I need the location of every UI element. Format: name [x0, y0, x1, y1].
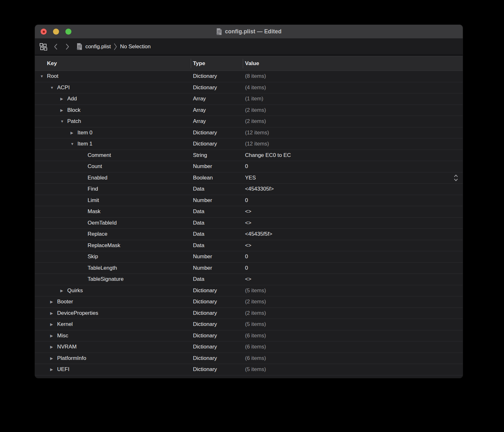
column-header-type[interactable]: Type [191, 57, 243, 71]
row-value-cell[interactable]: (5 items) [243, 321, 463, 327]
row-type-cell[interactable]: Dictionary [191, 287, 243, 294]
breadcrumb-selection[interactable]: No Selection [120, 44, 150, 50]
row-value-cell[interactable]: (6 items) [243, 344, 463, 350]
row-type-cell[interactable]: Data [191, 242, 243, 249]
row-value-cell[interactable]: (2 items) [243, 299, 463, 305]
table-row[interactable]: ▶UEFIDictionary(5 items) [35, 364, 463, 375]
table-row[interactable]: CommentStringChange EC0 to EC [35, 150, 463, 161]
row-type-cell[interactable]: Data [191, 208, 243, 215]
row-value-cell[interactable]: (5 items) [243, 287, 463, 294]
row-value-cell[interactable]: (12 items) [243, 130, 463, 136]
row-value-cell[interactable]: <4543305f> [243, 186, 463, 192]
row-value-cell[interactable]: (2 items) [243, 310, 463, 316]
table-row[interactable]: ▼Item 1Dictionary(12 items) [35, 138, 463, 150]
row-type-cell[interactable]: Dictionary [191, 355, 243, 361]
row-value-cell[interactable]: YES [243, 175, 463, 181]
table-row[interactable]: ▼PatchArray(2 items) [35, 116, 463, 127]
disclosure-collapsed-icon[interactable]: ▶ [50, 300, 57, 304]
disclosure-expanded-icon[interactable]: ▼ [70, 142, 77, 146]
row-value-cell[interactable]: <> [243, 220, 463, 226]
table-row[interactable]: ▶QuirksDictionary(5 items) [35, 285, 463, 297]
row-type-cell[interactable]: Boolean [191, 175, 243, 181]
disclosure-collapsed-icon[interactable]: ▶ [60, 108, 67, 112]
row-value-cell[interactable]: (4 items) [243, 84, 463, 91]
row-type-cell[interactable]: String [191, 152, 243, 159]
table-row[interactable]: ▶Item 0Dictionary(12 items) [35, 127, 463, 139]
row-type-cell[interactable]: Data [191, 276, 243, 282]
row-type-cell[interactable]: Dictionary [191, 141, 243, 147]
disclosure-expanded-icon[interactable]: ▼ [60, 119, 67, 123]
disclosure-collapsed-icon[interactable]: ▶ [60, 288, 67, 293]
disclosure-collapsed-icon[interactable]: ▶ [70, 130, 77, 135]
disclosure-collapsed-icon[interactable]: ▶ [50, 333, 57, 338]
row-type-cell[interactable]: Dictionary [191, 310, 243, 316]
row-value-cell[interactable]: (8 items) [243, 73, 463, 79]
row-type-cell[interactable]: Array [191, 96, 243, 102]
boolean-stepper-icon[interactable] [454, 174, 458, 182]
row-type-cell[interactable]: Dictionary [191, 84, 243, 91]
row-value-cell[interactable]: (6 items) [243, 355, 463, 361]
column-header-value[interactable]: Value [243, 57, 463, 71]
row-type-cell[interactable]: Dictionary [191, 73, 243, 79]
close-button[interactable] [41, 29, 47, 35]
disclosure-collapsed-icon[interactable]: ▶ [50, 356, 57, 360]
table-row[interactable]: OemTableIdData<> [35, 218, 463, 229]
row-value-cell[interactable]: <> [243, 276, 463, 282]
row-value-cell[interactable]: <> [243, 242, 463, 249]
disclosure-expanded-icon[interactable]: ▼ [40, 74, 47, 78]
row-value-cell[interactable]: (2 items) [243, 118, 463, 125]
row-value-cell[interactable]: <45435f5f> [243, 231, 463, 237]
table-row[interactable]: ▶DevicePropertiesDictionary(2 items) [35, 308, 463, 319]
row-value-cell[interactable]: 0 [243, 197, 463, 204]
row-value-cell[interactable]: Change EC0 to EC [243, 152, 463, 159]
table-row[interactable]: EnabledBooleanYES [35, 172, 463, 184]
row-type-cell[interactable]: Dictionary [191, 130, 243, 136]
row-type-cell[interactable]: Dictionary [191, 299, 243, 305]
row-type-cell[interactable]: Dictionary [191, 321, 243, 327]
plist-document-icon[interactable]: PLIST [216, 28, 222, 35]
title-bar[interactable]: PLIST config.plist — Edited [35, 25, 463, 39]
disclosure-collapsed-icon[interactable]: ▶ [50, 311, 57, 315]
back-button[interactable] [54, 44, 58, 50]
disclosure-expanded-icon[interactable]: ▼ [50, 85, 57, 89]
row-type-cell[interactable]: Array [191, 107, 243, 113]
table-row[interactable]: ▶NVRAMDictionary(6 items) [35, 341, 463, 353]
row-value-cell[interactable]: (1 item) [243, 96, 463, 102]
row-type-cell[interactable]: Data [191, 220, 243, 226]
disclosure-collapsed-icon[interactable]: ▶ [60, 97, 67, 101]
row-type-cell[interactable]: Number [191, 163, 243, 170]
table-row[interactable]: ▶PlatformInfoDictionary(6 items) [35, 353, 463, 364]
forward-button[interactable] [65, 44, 70, 50]
row-type-cell[interactable]: Data [191, 186, 243, 192]
row-type-cell[interactable]: Dictionary [191, 333, 243, 339]
table-row[interactable]: ▶KernelDictionary(5 items) [35, 319, 463, 330]
table-row[interactable]: TableLengthNumber0 [35, 263, 463, 274]
table-row[interactable]: MaskData<> [35, 206, 463, 218]
table-row[interactable]: ▶BooterDictionary(2 items) [35, 296, 463, 308]
table-row[interactable]: ▶BlockArray(2 items) [35, 105, 463, 116]
row-type-cell[interactable]: Dictionary [191, 344, 243, 350]
minimize-button[interactable] [53, 29, 59, 35]
row-value-cell[interactable]: (6 items) [243, 333, 463, 339]
row-type-cell[interactable]: Array [191, 118, 243, 125]
table-row[interactable]: TableSignatureData<> [35, 274, 463, 285]
disclosure-collapsed-icon[interactable]: ▶ [50, 345, 57, 349]
row-value-cell[interactable]: (12 items) [243, 141, 463, 147]
row-value-cell[interactable]: 0 [243, 265, 463, 271]
row-type-cell[interactable]: Dictionary [191, 366, 243, 373]
table-row[interactable]: SkipNumber0 [35, 251, 463, 263]
disclosure-collapsed-icon[interactable]: ▶ [50, 367, 57, 372]
row-type-cell[interactable]: Number [191, 197, 243, 204]
row-value-cell[interactable]: (5 items) [243, 366, 463, 373]
table-row[interactable]: ReplaceData<45435f5f> [35, 229, 463, 240]
table-row[interactable]: ReplaceMaskData<> [35, 240, 463, 252]
table-row[interactable]: CountNumber0 [35, 161, 463, 172]
disclosure-collapsed-icon[interactable]: ▶ [50, 322, 57, 327]
table-row[interactable]: FindData<4543305f> [35, 184, 463, 195]
column-header-key[interactable]: Key [35, 57, 191, 71]
row-value-cell[interactable]: 0 [243, 253, 463, 260]
row-type-cell[interactable]: Data [191, 231, 243, 237]
row-value-cell[interactable]: (2 items) [243, 107, 463, 113]
table-row[interactable]: ▶AddArray(1 item) [35, 93, 463, 105]
row-type-cell[interactable]: Number [191, 253, 243, 260]
